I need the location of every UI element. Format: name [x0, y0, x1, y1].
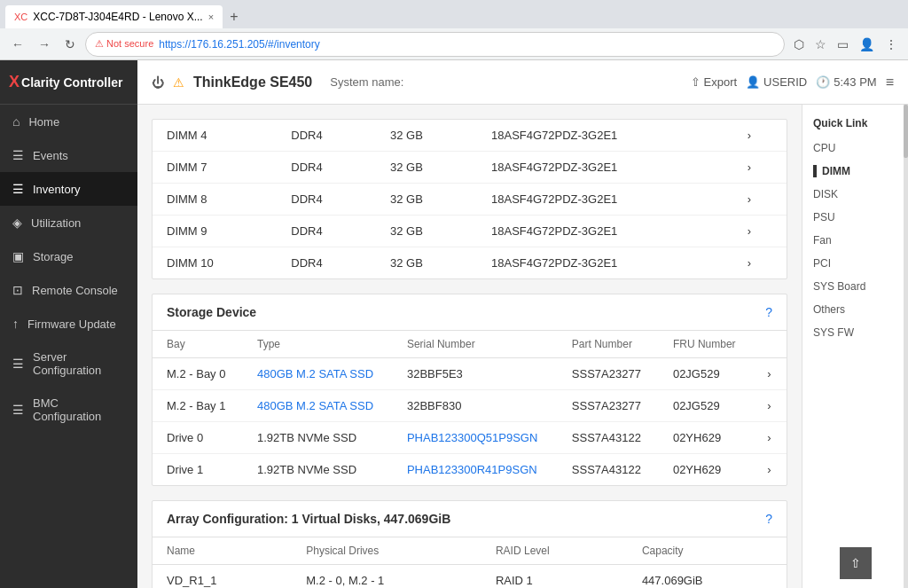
dimm-chevron[interactable]: › — [733, 216, 787, 247]
sidebar-item-events[interactable]: ☰ Events — [0, 138, 137, 172]
quick-link-sys-fw-label: SYS FW — [813, 326, 854, 339]
dimm-type: DDR4 — [277, 247, 376, 279]
storage-icon: ▣ — [12, 249, 24, 263]
browser-chrome: XC XCC-7D8T-J304E4RD - Lenovo X... × + ←… — [0, 0, 908, 60]
storage-type: 1.92TB NVMe SSD — [243, 454, 393, 486]
export-button[interactable]: ⇧ Export — [691, 75, 738, 89]
storage-chevron[interactable]: › — [753, 390, 787, 422]
cast-icon[interactable]: ⬡ — [790, 35, 808, 53]
quick-link-cpu[interactable]: CPU — [802, 137, 908, 160]
storage-row: Drive 0 1.92TB NVMe SSD PHAB123300Q51P9S… — [153, 422, 787, 454]
warning-button[interactable]: ⚠ — [173, 75, 184, 90]
bookmark-icon[interactable]: ☆ — [811, 35, 830, 53]
storage-type: 1.92TB NVMe SSD — [243, 422, 393, 454]
quick-link-disk-label: DISK — [813, 188, 838, 200]
sidebar-label-home: Home — [28, 115, 59, 129]
address-bar[interactable]: ⚠ Not secure https://176.16.251.205/#/in… — [85, 32, 785, 57]
array-section-header: Array Configuration: 1 Virtual Disks, 44… — [153, 501, 787, 537]
storage-type: 480GB M.2 SATA SSD — [243, 358, 393, 390]
array-header-row: Name Physical Drives RAID Level Capacity — [153, 537, 787, 565]
storage-fru: 02JG529 — [659, 390, 753, 422]
dimm-chevron[interactable]: › — [733, 152, 787, 184]
quick-link-sys-board-label: SYS Board — [813, 280, 865, 293]
forward-button[interactable]: → — [34, 35, 55, 53]
events-icon: ☰ — [12, 148, 24, 162]
col-capacity: Capacity — [628, 537, 787, 565]
quick-link-dimm[interactable]: DIMM — [802, 160, 908, 183]
storage-device-section: Storage Device ? Bay Type Serial Number … — [152, 294, 787, 486]
topbar-menu-button[interactable]: ≡ — [886, 74, 894, 90]
storage-chevron[interactable]: › — [753, 358, 787, 390]
tablet-icon[interactable]: ▭ — [834, 35, 852, 53]
sidebar-label-remote-console: Remote Console — [32, 284, 118, 297]
sidebar-item-bmc-configuration[interactable]: ☰ BMC Configuration — [0, 387, 137, 433]
profile-icon[interactable]: 👤 — [856, 35, 878, 53]
storage-fru: 02YH629 — [659, 422, 753, 454]
quick-link-pci-label: PCI — [813, 257, 831, 270]
sidebar-item-remote-console[interactable]: ⊡ Remote Console — [0, 273, 137, 307]
array-raid-level: RAID 1 — [481, 565, 628, 589]
utilization-icon: ◈ — [12, 216, 22, 230]
dimm-size: 32 GB — [376, 216, 477, 247]
dimm-name: DIMM 8 — [153, 184, 277, 216]
quick-link-pci[interactable]: PCI — [802, 252, 908, 275]
dimm-chevron[interactable]: › — [733, 184, 787, 216]
dimm-row: DIMM 7 DDR4 32 GB 18ASF4G72PDZ-3G2E1 › — [153, 152, 787, 184]
content-scroll[interactable]: DIMM 4 DDR4 32 GB 18ASF4G72PDZ-3G2E1 › D… — [137, 105, 802, 588]
storage-type-link[interactable]: 480GB M.2 SATA SSD — [257, 367, 373, 380]
dimm-row: DIMM 8 DDR4 32 GB 18ASF4G72PDZ-3G2E1 › — [153, 184, 787, 216]
array-help-icon[interactable]: ? — [765, 512, 772, 526]
sidebar-item-storage[interactable]: ▣ Storage — [0, 239, 137, 273]
col-part: Part Number — [558, 331, 659, 358]
storage-chevron[interactable]: › — [753, 422, 787, 454]
storage-bay: Drive 0 — [153, 422, 243, 454]
sidebar-label-utilization: Utilization — [31, 216, 81, 230]
new-tab-button[interactable]: + — [223, 9, 245, 25]
tab-close-button[interactable]: × — [208, 12, 214, 22]
storage-type-link[interactable]: 480GB M.2 SATA SSD — [257, 399, 373, 412]
sidebar-item-utilization[interactable]: ◈ Utilization — [0, 206, 137, 239]
firmware-icon: ↑ — [12, 317, 19, 331]
dimm-row: DIMM 4 DDR4 32 GB 18ASF4G72PDZ-3G2E1 › — [153, 120, 787, 152]
quick-link-disk[interactable]: DISK — [802, 183, 908, 206]
quick-link-title: Quick Link — [802, 114, 908, 137]
dimm-chevron[interactable]: › — [733, 120, 787, 152]
storage-serial-link[interactable]: PHAB123300Q51P9SGN — [407, 431, 537, 444]
reload-button[interactable]: ↻ — [60, 35, 80, 53]
sidebar-item-server-configuration[interactable]: ☰ Server Configuration — [0, 341, 137, 387]
dimm-row: DIMM 9 DDR4 32 GB 18ASF4G72PDZ-3G2E1 › — [153, 216, 787, 247]
more-icon[interactable]: ⋮ — [881, 35, 901, 53]
sidebar-item-firmware-update[interactable]: ↑ Firmware Update — [0, 307, 137, 341]
dimm-size: 32 GB — [376, 152, 477, 184]
back-button[interactable]: ← — [7, 35, 28, 53]
storage-header-row: Bay Type Serial Number Part Number FRU N… — [153, 331, 787, 358]
scroll-to-top-button[interactable]: ⇧ — [840, 547, 872, 579]
quick-link-others[interactable]: Others — [802, 298, 908, 321]
main-content: ⏻ ⚠ ThinkEdge SE450 System name: ⇧ Expor… — [137, 60, 908, 588]
array-name: VD_R1_1 — [153, 565, 292, 589]
col-physical-drives: Physical Drives — [292, 537, 481, 565]
quick-link-sys-board[interactable]: SYS Board — [802, 275, 908, 298]
quick-link-sys-fw[interactable]: SYS FW — [802, 321, 908, 344]
power-button[interactable]: ⏻ — [152, 75, 164, 90]
storage-bay: Drive 1 — [153, 454, 243, 486]
quick-link-psu[interactable]: PSU — [802, 206, 908, 229]
storage-part: SSS7A23277 — [558, 390, 659, 422]
storage-serial-link[interactable]: PHAB123300R41P9SGN — [407, 463, 537, 476]
storage-bay: M.2 - Bay 0 — [153, 358, 243, 390]
sidebar-label-bmc-configuration: BMC Configuration — [33, 396, 125, 423]
storage-section-header: Storage Device ? — [153, 294, 787, 331]
quick-link-fan[interactable]: Fan — [802, 229, 908, 252]
sidebar-item-inventory[interactable]: ☰ Inventory — [0, 172, 137, 206]
quick-link-fan-label: Fan — [813, 234, 832, 247]
storage-row: M.2 - Bay 0 480GB M.2 SATA SSD 32BBF5E3 … — [153, 358, 787, 390]
dimm-chevron[interactable]: › — [733, 247, 787, 279]
device-title: ThinkEdge SE450 — [193, 74, 312, 90]
storage-row: M.2 - Bay 1 480GB M.2 SATA SSD 32BBF830 … — [153, 390, 787, 422]
dimm-type: DDR4 — [277, 152, 376, 184]
sidebar-item-home[interactable]: ⌂ Home — [0, 105, 137, 138]
browser-toolbar: ← → ↻ ⚠ Not secure https://176.16.251.20… — [0, 28, 908, 60]
storage-help-icon[interactable]: ? — [765, 305, 772, 319]
storage-chevron[interactable]: › — [753, 454, 787, 486]
col-action — [753, 331, 787, 358]
